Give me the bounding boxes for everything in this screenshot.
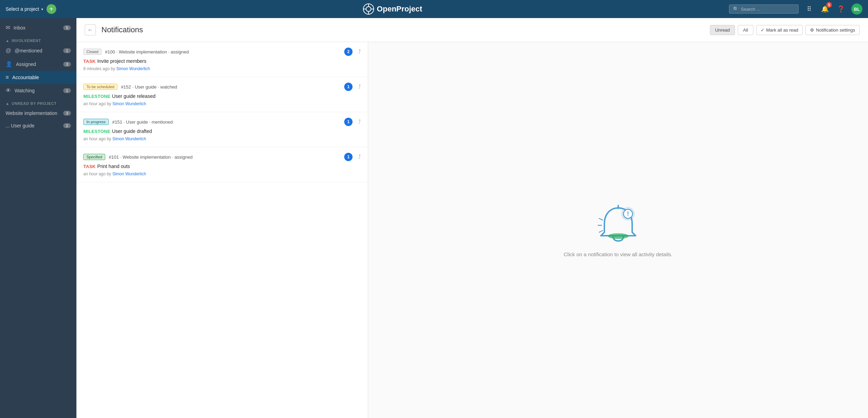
filter-group: Unread All ✓ Mark all as read ⚙ Notifica… xyxy=(710,25,860,35)
watching-icon: 👁 xyxy=(6,87,11,94)
task-type-3: MILESTONE xyxy=(83,129,110,134)
notif-meta-3: #151 · User guide · mentioned xyxy=(112,119,173,125)
user-avatar[interactable]: BL xyxy=(851,3,862,15)
sidebar-item-mentioned[interactable]: @ @mentioned 1 xyxy=(0,44,76,57)
checkmark-icon: ✓ xyxy=(761,27,764,33)
unread-filter-button[interactable]: Unread xyxy=(710,25,735,35)
notif-time-1: 8 minutes ago by Simon Wunderlich xyxy=(83,66,361,71)
svg-line-12 xyxy=(599,218,603,220)
share-icon-3[interactable]: ⤴ xyxy=(358,119,361,125)
sidebar-item-assigned[interactable]: 👤 Assigned 3 xyxy=(0,57,76,71)
notif-time-3: an hour ago by Simon Wunderlich xyxy=(83,136,361,141)
task-type-1: TASK xyxy=(83,59,96,64)
notif-body-1: TASK Invite project members xyxy=(83,58,361,64)
notif-body-2: MILESTONE User guide released xyxy=(83,93,361,99)
bell-illustration: ! xyxy=(597,203,639,244)
share-icon-4[interactable]: ⤴ xyxy=(358,154,361,160)
website-label: Website implementation xyxy=(6,110,60,116)
notifications-header: ← Notifications Unread All ✓ Mark all as… xyxy=(76,18,868,42)
status-badge-4: Specified xyxy=(83,154,105,160)
task-title-3: User guide drafted xyxy=(112,128,152,134)
task-type-2: MILESTONE xyxy=(83,94,110,99)
author-link-1[interactable]: Simon Wunderlich xyxy=(116,66,150,71)
notif-count-4: 1 xyxy=(344,153,353,161)
split-pane: Closed #100 · Website implementation · a… xyxy=(76,42,868,418)
help-button[interactable]: ❓ xyxy=(835,3,846,15)
notif-body-3: MILESTONE User guide drafted xyxy=(83,128,361,134)
notif-item-header-1: Closed #100 · Website implementation · a… xyxy=(83,48,361,56)
notif-meta-4: #101 · Website implementation · assigned xyxy=(109,154,192,160)
svg-point-1 xyxy=(366,7,371,11)
sidebar-item-accountable[interactable]: ≡ Accountable xyxy=(0,71,76,84)
notif-time-2: an hour ago by Simon Wunderlich xyxy=(83,101,361,106)
notif-item-header-2: To be scheduled #152 · User guide · watc… xyxy=(83,83,361,91)
notif-time-4: an hour ago by Simon Wunderlich xyxy=(83,172,361,176)
sidebar-item-website[interactable]: Website implementation 3 xyxy=(0,107,76,119)
search-box[interactable]: 🔍 xyxy=(729,5,799,14)
notif-count-1: 2 xyxy=(344,48,353,56)
accountable-label: Accountable xyxy=(12,75,71,80)
user-initials: BL xyxy=(854,7,860,12)
notif-body-4: TASK Print hand outs xyxy=(83,163,361,169)
assigned-count: 3 xyxy=(63,62,71,67)
notification-settings-button[interactable]: ⚙ Notification settings xyxy=(805,25,860,35)
notification-item-2[interactable]: To be scheduled #152 · User guide · watc… xyxy=(76,77,368,112)
search-input[interactable] xyxy=(741,7,795,12)
notification-item-1[interactable]: Closed #100 · Website implementation · a… xyxy=(76,42,368,77)
chevron-up-icon-2: ▲ xyxy=(6,101,9,106)
help-icon: ❓ xyxy=(837,5,845,13)
notif-meta-2: #152 · User guide · watched xyxy=(121,84,177,90)
sidebar: ✉ Inbox 5 ▲ INVOLVEMENT @ @mentioned 1 👤… xyxy=(0,18,76,418)
website-count: 3 xyxy=(63,111,71,116)
top-nav: Select a project ▾ + OpenProject 🔍 ⠿ 🔔 5… xyxy=(0,0,868,18)
status-badge-1: Closed xyxy=(83,49,101,55)
page-title: Notifications xyxy=(101,25,704,34)
status-badge-3: In progress xyxy=(83,119,109,125)
task-title-4: Print hand outs xyxy=(97,164,130,169)
author-link-4[interactable]: Simon Wunderlich xyxy=(112,172,146,176)
nav-actions: 🔍 ⠿ 🔔 5 ❓ BL xyxy=(729,3,862,15)
author-link-2[interactable]: Simon Wunderlich xyxy=(112,101,146,106)
accountable-icon: ≡ xyxy=(6,74,9,81)
notification-list: Closed #100 · Website implementation · a… xyxy=(76,42,368,418)
unread-by-project-section: ▲ UNREAD BY PROJECT xyxy=(0,97,76,107)
notifications-button[interactable]: 🔔 5 xyxy=(819,3,830,15)
userguide-count: 2 xyxy=(63,123,71,128)
involvement-section: ▲ INVOLVEMENT xyxy=(0,34,76,44)
mark-all-read-button[interactable]: ✓ Mark all as read xyxy=(756,25,803,35)
notif-meta-1: #100 · Website implementation · assigned xyxy=(105,49,189,55)
status-badge-2: To be scheduled xyxy=(83,84,117,90)
svg-point-7 xyxy=(608,233,629,239)
detail-pane: ! Click on a notification to view all ac… xyxy=(368,42,868,418)
sidebar-item-inbox[interactable]: ✉ Inbox 5 xyxy=(0,21,76,34)
back-button[interactable]: ← xyxy=(85,24,96,35)
svg-line-14 xyxy=(599,231,603,232)
grid-icon: ⠿ xyxy=(807,5,811,13)
notif-count-3: 1 xyxy=(344,118,353,126)
assigned-label: Assigned xyxy=(16,61,60,67)
sidebar-item-watching[interactable]: 👁 Watching 1 xyxy=(0,84,76,97)
notif-item-header-3: In progress #151 · User guide · mentione… xyxy=(83,118,361,126)
project-select[interactable]: Select a project ▾ xyxy=(6,6,43,12)
back-icon: ← xyxy=(88,27,93,33)
notification-item-3[interactable]: In progress #151 · User guide · mentione… xyxy=(76,112,368,147)
author-link-3[interactable]: Simon Wunderlich xyxy=(112,136,146,141)
share-icon-2[interactable]: ⤴ xyxy=(358,84,361,90)
detail-empty-text: Click on a notification to view all acti… xyxy=(564,251,672,257)
notification-item-4[interactable]: Specified #101 · Website implementation … xyxy=(76,147,368,182)
search-icon: 🔍 xyxy=(733,6,739,12)
share-icon-1[interactable]: ⤴ xyxy=(358,49,361,55)
assigned-icon: 👤 xyxy=(6,61,13,67)
userguide-label: ... User guide xyxy=(6,123,60,128)
logo-icon xyxy=(363,3,374,15)
sidebar-item-userguide[interactable]: ... User guide 2 xyxy=(0,119,76,132)
all-filter-button[interactable]: All xyxy=(738,25,753,35)
main-content: ← Notifications Unread All ✓ Mark all as… xyxy=(76,18,868,418)
svg-text:!: ! xyxy=(627,210,629,217)
add-project-button[interactable]: + xyxy=(47,4,56,14)
notif-item-header-4: Specified #101 · Website implementation … xyxy=(83,153,361,161)
logo-text: OpenProject xyxy=(377,5,422,14)
inbox-count: 5 xyxy=(63,25,71,30)
grid-menu-button[interactable]: ⠿ xyxy=(803,3,815,15)
notif-count-2: 1 xyxy=(344,83,353,91)
